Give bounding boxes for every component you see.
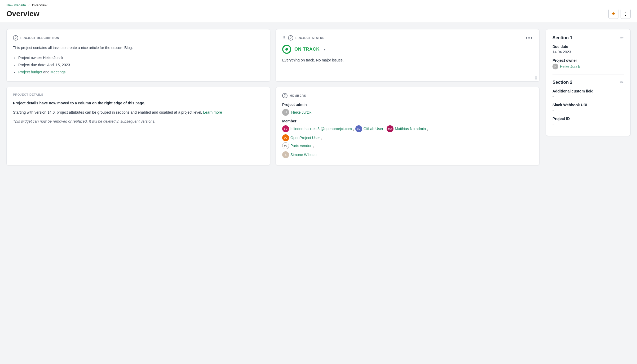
resize-handle-icon[interactable]: ⣿ xyxy=(535,76,537,80)
due-date-value: 14.04.2023 xyxy=(552,50,624,54)
sidebar-section-2: Section 2 ✏ Additional custom field - Sl… xyxy=(552,79,624,126)
sidebar-section-2-edit-button[interactable]: ✏ xyxy=(620,79,624,85)
members-help-icon[interactable]: ? xyxy=(282,93,287,98)
title-actions: ★ ⋮ xyxy=(608,9,631,19)
project-status-card: ⠿ ? PROJECT STATUS ••• ON TRACK ▾ Everyt… xyxy=(276,29,539,82)
right-sidebar: Section 1 ✏ Due date 14.04.2023 Project … xyxy=(546,29,631,136)
project-description-title: PROJECT DESCRIPTION xyxy=(20,36,59,39)
admin-member-link[interactable]: Heike Jurzik xyxy=(291,110,311,114)
members-header: ? MEMBERS xyxy=(282,93,533,98)
project-details-title: PROJECT DETAILS xyxy=(13,93,264,96)
project-admin-section-title: Project admin xyxy=(282,103,533,107)
sidebar-section-1-edit-button[interactable]: ✏ xyxy=(620,35,624,41)
member-avatar-1: GU xyxy=(355,125,362,132)
breadcrumb-separator: / xyxy=(28,3,29,7)
project-owner-field: Project owner H Heike Jurzik xyxy=(552,58,624,69)
status-row: ON TRACK ▾ xyxy=(282,45,533,54)
status-label[interactable]: ON TRACK xyxy=(294,47,320,52)
slack-value: - xyxy=(552,108,624,112)
main-grid: ? PROJECT DESCRIPTION This project conta… xyxy=(6,29,539,165)
admin-member-row: H Heike Jurzik xyxy=(282,109,533,116)
member-section-title: Member xyxy=(282,119,533,123)
project-description-card: ? PROJECT DESCRIPTION This project conta… xyxy=(6,29,270,82)
members-title: MEMBERS xyxy=(290,94,306,97)
more-icon: ⋮ xyxy=(623,11,628,17)
list-item: Project owner: Heike Jurzik xyxy=(18,54,264,61)
project-id-label: Project ID xyxy=(552,117,624,121)
member-chip-5: S Simone Wibeau xyxy=(282,151,533,158)
project-details-card: PROJECT DETAILS Project details have now… xyxy=(6,87,270,165)
custom-field-label: Additional custom field xyxy=(552,89,624,93)
custom-field-value: - xyxy=(552,94,624,99)
project-status-title: PROJECT STATUS xyxy=(295,36,325,39)
project-status-help-icon[interactable]: ? xyxy=(288,35,293,41)
page-title: Overview xyxy=(6,10,39,18)
sidebar-section-2-header: Section 2 ✏ xyxy=(552,79,624,85)
member-chip-1: GU GitLab User, xyxy=(355,125,386,132)
member-avatar-3: OU xyxy=(282,134,289,141)
due-date-label: Due date xyxy=(552,45,624,49)
page-title-row: Overview ★ ⋮ xyxy=(6,9,631,23)
member-chip-4: PV Parts vendor, xyxy=(282,142,314,149)
member-link-1[interactable]: GitLab User xyxy=(364,127,383,131)
member-link-5[interactable]: Simone Wibeau xyxy=(290,153,317,157)
status-chevron-icon[interactable]: ▾ xyxy=(324,47,326,51)
project-budget-link[interactable]: Project budget xyxy=(18,70,42,74)
breadcrumb-project-link[interactable]: New website xyxy=(6,3,26,7)
page-wrapper: New website / Overview Overview ★ ⋮ xyxy=(0,0,637,364)
project-description-help-icon[interactable]: ? xyxy=(13,35,18,41)
project-description-text: This project contains all tasks to creat… xyxy=(13,45,264,51)
slack-field: Slack Webhook URL - xyxy=(552,103,624,112)
list-item-links: Project budget and Meetings xyxy=(18,69,264,76)
project-details-version-notice: Starting with version 14.0, project attr… xyxy=(13,109,264,115)
meetings-link[interactable]: Meetings xyxy=(50,70,65,74)
due-date-field: Due date 14.04.2023 xyxy=(552,45,624,54)
project-owner-link[interactable]: H Heike Jurzik xyxy=(552,64,624,69)
edit-icon: ✏ xyxy=(620,35,623,40)
members-list: BO b.lindenthal+test5 @openproejct.com, … xyxy=(282,125,533,158)
header-area: New website / Overview Overview ★ ⋮ xyxy=(0,0,637,23)
slack-label: Slack Webhook URL xyxy=(552,103,624,107)
project-description-header: ? PROJECT DESCRIPTION xyxy=(13,35,264,41)
star-icon: ★ xyxy=(611,11,616,17)
project-id-field: Project ID - xyxy=(552,117,624,126)
custom-field: Additional custom field - xyxy=(552,89,624,99)
project-details-moved-notice: Project details have now moved to a colu… xyxy=(13,100,264,106)
more-options-button[interactable]: ⋮ xyxy=(621,9,631,19)
member-avatar-5: S xyxy=(282,151,289,158)
status-description: Everything on track. No major issues. xyxy=(282,58,533,62)
member-link-2[interactable]: Matthias No admin xyxy=(395,127,426,131)
member-avatar-0: BO xyxy=(282,125,289,132)
project-description-list: Project owner: Heike Jurzik Project due … xyxy=(13,54,264,76)
edit-icon-2: ✏ xyxy=(620,80,623,85)
member-link-3[interactable]: OpenProject User xyxy=(290,136,320,140)
project-owner-value: H Heike Jurzik xyxy=(552,64,624,69)
members-card: ? MEMBERS Project admin H Heike Jurzik M… xyxy=(276,87,539,165)
project-status-menu-button[interactable]: ••• xyxy=(526,35,533,41)
learn-more-link[interactable]: Learn more xyxy=(203,110,222,114)
section2-fields: Additional custom field - Slack Webhook … xyxy=(552,89,624,126)
member-chip-2: MA Matthias No admin, xyxy=(387,125,428,132)
sidebar-section-1-header: Section 1 ✏ xyxy=(552,35,624,41)
admin-avatar: H xyxy=(282,109,289,116)
sidebar-divider xyxy=(552,74,624,74)
sidebar-section-1: Section 1 ✏ Due date 14.04.2023 Project … xyxy=(552,35,624,69)
content-area: ? PROJECT DESCRIPTION This project conta… xyxy=(0,23,637,172)
breadcrumb: New website / Overview xyxy=(6,3,631,7)
member-chip-3: OU OpenProject User, xyxy=(282,134,533,141)
status-circle-icon xyxy=(282,45,291,54)
owner-avatar: H xyxy=(552,64,558,69)
member-avatar-2: MA xyxy=(387,125,393,132)
member-chip-0: BO b.lindenthal+test5 @openproejct.com, xyxy=(282,125,354,132)
sidebar-section-1-title: Section 1 xyxy=(552,35,573,41)
star-button[interactable]: ★ xyxy=(608,9,618,19)
member-link-0[interactable]: b.lindenthal+test5 @openproejct.com xyxy=(290,127,352,131)
owner-name: Heike Jurzik xyxy=(560,64,580,69)
member-link-4[interactable]: Parts vendor xyxy=(290,144,311,148)
project-id-value: - xyxy=(552,122,624,126)
drag-handle-icon[interactable]: ⠿ xyxy=(282,35,285,41)
project-details-deprecated-notice: This widget can now be removed or replac… xyxy=(13,118,264,124)
sidebar-section-2-title: Section 2 xyxy=(552,80,573,85)
project-owner-label: Project owner xyxy=(552,58,624,63)
list-item: Project due date: April 15, 2023 xyxy=(18,61,264,69)
